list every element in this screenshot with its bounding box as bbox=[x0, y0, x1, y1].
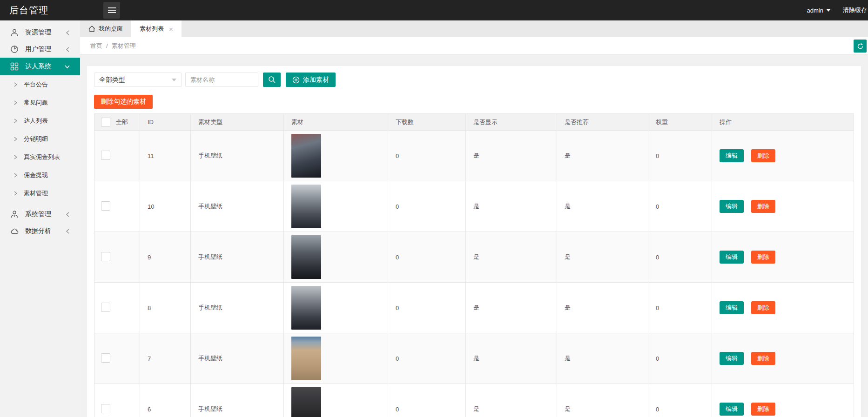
select-all-checkbox[interactable] bbox=[101, 118, 110, 127]
delete-checked-button[interactable]: 删除勾选的素材 bbox=[94, 95, 153, 109]
chevron-right-icon bbox=[14, 173, 17, 178]
edit-button[interactable]: 编辑 bbox=[720, 200, 744, 213]
search-button[interactable] bbox=[263, 73, 281, 87]
delete-button[interactable]: 删除 bbox=[751, 251, 775, 264]
delete-button[interactable]: 删除 bbox=[751, 352, 775, 365]
delete-button[interactable]: 删除 bbox=[751, 200, 775, 213]
admin-user-dropdown[interactable]: admin bbox=[807, 7, 831, 14]
plus-circle-icon bbox=[292, 76, 300, 84]
sidebar-subitem-expert-list[interactable]: 达人列表 bbox=[0, 112, 80, 130]
sidebar-subitem-distribution-detail[interactable]: 分销明细 bbox=[0, 130, 80, 148]
delete-button[interactable]: 删除 bbox=[751, 403, 775, 416]
row-checkbox[interactable] bbox=[101, 252, 110, 261]
col-downloads: 下载数 bbox=[388, 114, 466, 131]
chevron-left-icon bbox=[66, 212, 70, 217]
sidebar-item-users[interactable]: 用户管理 bbox=[0, 41, 80, 58]
cell-recommended: 是 bbox=[557, 181, 648, 232]
row-checkbox[interactable] bbox=[101, 404, 110, 413]
sidebar-subitem-label: 素材管理 bbox=[24, 189, 48, 198]
sidebar-subitem-commission-withdraw[interactable]: 佣金提现 bbox=[0, 166, 80, 184]
chevron-right-icon bbox=[14, 191, 17, 196]
breadcrumb-bar: 首页 / 素材管理 bbox=[80, 37, 868, 55]
cell-visible: 是 bbox=[466, 131, 557, 181]
material-table: 全部 ID 素材类型 素材 下载数 是否显示 是否推荐 权重 操作 bbox=[94, 113, 854, 417]
cell-material-type: 手机壁纸 bbox=[191, 333, 284, 384]
clear-cache-button[interactable]: 清除缓存 bbox=[843, 6, 867, 14]
tab-label: 素材列表 bbox=[140, 25, 164, 33]
cell-id: 7 bbox=[140, 333, 191, 384]
sidebar-subitem-label: 达人列表 bbox=[24, 117, 48, 125]
row-checkbox[interactable] bbox=[101, 353, 110, 363]
cell-id: 10 bbox=[140, 181, 191, 232]
type-filter-value: 全部类型 bbox=[99, 76, 125, 84]
edit-button[interactable]: 编辑 bbox=[720, 301, 744, 314]
edit-button[interactable]: 编辑 bbox=[720, 403, 744, 416]
row-checkbox[interactable] bbox=[101, 201, 110, 211]
chevron-left-icon bbox=[66, 47, 70, 52]
edit-button[interactable]: 编辑 bbox=[720, 149, 744, 162]
material-thumbnail[interactable] bbox=[291, 286, 321, 330]
row-checkbox[interactable] bbox=[101, 151, 110, 160]
table-row: 7 手机壁纸 0 是 是 0 编辑 删除 bbox=[94, 333, 854, 384]
sidebar-subitem-platform-announcement[interactable]: 平台公告 bbox=[0, 75, 80, 93]
sidebar-subitem-label: 佣金提现 bbox=[24, 171, 48, 179]
tab-material-list[interactable]: 素材列表 × bbox=[131, 20, 182, 37]
tab-my-desktop[interactable]: 我的桌面 bbox=[80, 20, 131, 37]
sidebar-item-expert-system[interactable]: 达人系统 bbox=[0, 58, 80, 75]
cell-material-type: 手机壁纸 bbox=[191, 181, 284, 232]
admin-app: 后台管理 admin 清除缓存 资源管理 bbox=[0, 0, 868, 417]
sidebar-subitem-faq[interactable]: 常见问题 bbox=[0, 93, 80, 112]
cell-recommended: 是 bbox=[557, 384, 648, 417]
material-thumbnail[interactable] bbox=[291, 134, 321, 178]
material-thumbnail[interactable] bbox=[291, 337, 321, 380]
cell-downloads: 0 bbox=[388, 333, 466, 384]
chevron-right-icon bbox=[14, 82, 17, 87]
admin-username: admin bbox=[807, 7, 823, 14]
breadcrumb-home[interactable]: 首页 bbox=[90, 42, 102, 50]
cell-recommended: 是 bbox=[557, 232, 648, 283]
cell-weight: 0 bbox=[648, 181, 712, 232]
hamburger-icon[interactable] bbox=[103, 2, 120, 19]
delete-button[interactable]: 删除 bbox=[751, 301, 775, 314]
cell-downloads: 0 bbox=[388, 232, 466, 283]
col-header-label: 全部 bbox=[116, 118, 128, 126]
cell-visible: 是 bbox=[466, 283, 557, 333]
delete-button[interactable]: 删除 bbox=[751, 149, 775, 162]
edit-button[interactable]: 编辑 bbox=[720, 251, 744, 264]
close-icon[interactable]: × bbox=[169, 25, 173, 33]
table-row: 6 手机壁纸 0 是 是 0 编辑 删除 bbox=[94, 384, 854, 417]
material-thumbnail[interactable] bbox=[291, 235, 321, 279]
breadcrumb-separator: / bbox=[106, 42, 108, 49]
chevron-right-icon bbox=[14, 119, 17, 123]
cell-recommended: 是 bbox=[557, 131, 648, 181]
material-list-card: 全部类型 添加素材 bbox=[87, 66, 861, 417]
material-name-input[interactable] bbox=[185, 73, 258, 87]
sidebar-subitem-real-commission-list[interactable]: 真实佣金列表 bbox=[0, 148, 80, 166]
edit-button[interactable]: 编辑 bbox=[720, 352, 744, 365]
sidebar-item-resources[interactable]: 资源管理 bbox=[0, 24, 80, 41]
material-thumbnail[interactable] bbox=[291, 387, 321, 417]
breadcrumb-current: 素材管理 bbox=[112, 42, 136, 50]
refresh-button[interactable] bbox=[854, 40, 867, 53]
col-visible: 是否显示 bbox=[466, 114, 557, 131]
admin-icon bbox=[10, 210, 19, 218]
cell-visible: 是 bbox=[466, 232, 557, 283]
cell-visible: 是 bbox=[466, 333, 557, 384]
cell-material-type: 手机壁纸 bbox=[191, 283, 284, 333]
type-filter-select[interactable]: 全部类型 bbox=[94, 73, 182, 87]
tab-bar: 我的桌面 素材列表 × bbox=[80, 20, 868, 37]
row-checkbox[interactable] bbox=[101, 303, 110, 312]
add-material-button[interactable]: 添加素材 bbox=[286, 73, 336, 87]
app-title: 后台管理 bbox=[0, 4, 94, 17]
sidebar-subitem-material-management[interactable]: 素材管理 bbox=[0, 184, 80, 202]
cell-recommended: 是 bbox=[557, 283, 648, 333]
col-select-all: 全部 bbox=[94, 114, 140, 131]
search-icon bbox=[268, 76, 276, 84]
chevron-right-icon bbox=[14, 100, 17, 105]
sidebar-item-system[interactable]: 系统管理 bbox=[0, 206, 80, 223]
cell-recommended: 是 bbox=[557, 333, 648, 384]
cell-visible: 是 bbox=[466, 384, 557, 417]
material-thumbnail[interactable] bbox=[291, 185, 321, 228]
sidebar-item-data-analysis[interactable]: 数据分析 bbox=[0, 223, 80, 239]
table-row: 8 手机壁纸 0 是 是 0 编辑 删除 bbox=[94, 283, 854, 333]
